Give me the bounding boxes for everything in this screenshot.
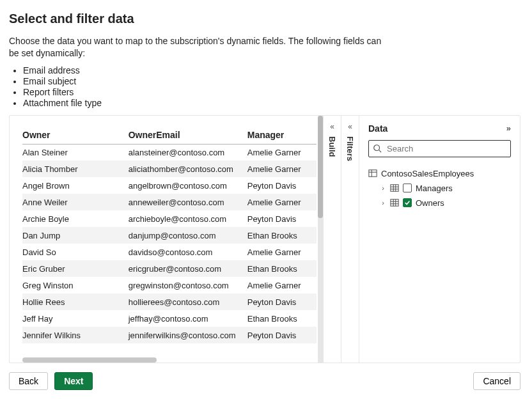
table-cell: Archie Boyle (22, 210, 129, 227)
dynamic-field-item: Email subject (23, 76, 520, 86)
svg-rect-2 (369, 170, 377, 177)
chevron-left-icon[interactable]: « (330, 122, 334, 131)
table-cell: Jeff Hay (22, 310, 129, 327)
table-cell: Amelie Garner (247, 144, 317, 160)
tree-table-row[interactable]: ›Owners (368, 196, 511, 210)
svg-line-1 (379, 150, 382, 153)
search-box[interactable] (368, 140, 511, 157)
table-row[interactable]: Eric Gruberericgruber@contoso.comEthan B… (22, 260, 317, 277)
table-row[interactable]: Alicia Thomberaliciathomber@contoso.comA… (22, 160, 317, 177)
table-row[interactable]: Anne Weileranneweiler@contoso.comAmelie … (22, 194, 317, 210)
table-cell: hollierees@contoso.com (129, 293, 247, 310)
table-row[interactable]: Archie Boylearchieboyle@contoso.comPeyto… (22, 210, 317, 227)
dynamic-field-item: Email address (23, 65, 520, 75)
table-row[interactable]: Alan Steineralansteiner@contoso.comAmeli… (22, 144, 317, 160)
vertical-scrollbar[interactable] (318, 116, 323, 363)
page-title: Select and filter data (9, 12, 520, 26)
filters-rail-label: Filters (345, 136, 355, 161)
data-panel: Data » ContosoSalesEmployees ›Managers›O… (359, 116, 520, 363)
table-cell: Alicia Thomber (22, 160, 129, 177)
table-scroll[interactable]: Owner OwnerEmail Manager Alan Steinerala… (10, 116, 323, 363)
tree-table-label: Managers (416, 184, 453, 193)
table-cell: Peyton Davis (247, 293, 317, 310)
intro-text: Choose the data you want to map to the s… (9, 35, 393, 59)
next-button[interactable]: Next (54, 372, 93, 390)
chevron-right-icon[interactable]: » (506, 123, 511, 133)
table-cell: aliciathomber@contoso.com (129, 160, 247, 177)
table-cell: Jennifer Wilkins (22, 327, 129, 343)
horizontal-scrollbar[interactable] (22, 357, 157, 363)
table-cell: angelbrown@contoso.com (129, 177, 247, 194)
table-cell: Greg Winston (22, 277, 129, 293)
table-cell: Peyton Davis (247, 177, 317, 194)
filters-rail[interactable]: « Filters (341, 116, 359, 363)
dynamic-field-item: Attachment file type (23, 98, 520, 108)
build-rail-label: Build (327, 136, 337, 157)
table-cell: Amelie Garner (247, 244, 317, 260)
table-cell: Ethan Brooks (247, 227, 317, 244)
table-cell: Amelie Garner (247, 160, 317, 177)
table-cell: davidso@contoso.com (129, 244, 247, 260)
build-rail[interactable]: « Build (323, 116, 341, 363)
table-cell: Dan Jump (22, 227, 129, 244)
svg-rect-5 (391, 185, 398, 192)
table-cell: Peyton Davis (247, 210, 317, 227)
dataset-icon (368, 169, 377, 178)
dataset-label: ContosoSalesEmployees (381, 169, 474, 178)
table-cell: David So (22, 244, 129, 260)
table-icon (390, 184, 399, 192)
svg-rect-10 (391, 199, 398, 207)
table-cell: Ethan Brooks (247, 310, 317, 327)
table-cell: Eric Gruber (22, 260, 129, 277)
chevron-left-icon[interactable]: « (348, 122, 352, 131)
table-area: Owner OwnerEmail Manager Alan Steinerala… (10, 116, 323, 363)
column-header-manager[interactable]: Manager (247, 126, 317, 145)
dynamic-field-item: Report filters (23, 87, 520, 97)
table-cell: archieboyle@contoso.com (129, 210, 247, 227)
search-icon (373, 144, 382, 153)
table-cell: Peyton Davis (247, 327, 317, 343)
table-cell: jenniferwilkins@contoso.com (129, 327, 247, 343)
table-cell: Angel Brown (22, 177, 129, 194)
table-row[interactable]: Dan Jumpdanjump@contoso.comEthan Brooks (22, 227, 317, 244)
svg-point-0 (374, 145, 380, 151)
table-cell: danjump@contoso.com (129, 227, 247, 244)
search-input[interactable] (386, 143, 506, 154)
table-cell: Anne Weiler (22, 194, 129, 210)
dataset-row[interactable]: ContosoSalesEmployees (368, 166, 511, 181)
table-cell: Alan Steiner (22, 144, 129, 160)
checkbox[interactable] (403, 198, 412, 207)
table-row[interactable]: Greg Winstongregwinston@contoso.comAmeli… (22, 277, 317, 293)
cancel-button[interactable]: Cancel (473, 372, 520, 390)
chevron-right-icon[interactable]: › (380, 184, 386, 192)
checkbox[interactable] (403, 184, 412, 192)
table-cell: Ethan Brooks (247, 260, 317, 277)
tree-table-label: Owners (416, 198, 444, 208)
chevron-right-icon[interactable]: › (380, 199, 386, 207)
table-row[interactable]: David Sodavidso@contoso.comAmelie Garner (22, 244, 317, 260)
table-cell: ericgruber@contoso.com (129, 260, 247, 277)
table-row[interactable]: Hollie Reeshollierees@contoso.comPeyton … (22, 293, 317, 310)
table-cell: jeffhay@contoso.com (129, 310, 247, 327)
data-panel-heading: Data (368, 123, 387, 134)
footer: Back Next Cancel (9, 363, 520, 390)
back-button[interactable]: Back (9, 372, 48, 390)
tree-table-row[interactable]: ›Managers (368, 181, 511, 196)
table-cell: Amelie Garner (247, 277, 317, 293)
table-row[interactable]: Angel Brownangelbrown@contoso.comPeyton … (22, 177, 317, 194)
column-header-owner[interactable]: Owner (22, 126, 129, 145)
table-cell: anneweiler@contoso.com (129, 194, 247, 210)
table-icon (390, 198, 399, 207)
table-cell: alansteiner@contoso.com (129, 144, 247, 160)
field-tree: ContosoSalesEmployees ›Managers›Owners (368, 166, 511, 210)
column-header-owneremail[interactable]: OwnerEmail (129, 126, 247, 145)
data-table: Owner OwnerEmail Manager Alan Steinerala… (22, 126, 317, 344)
table-cell: Amelie Garner (247, 194, 317, 210)
table-row[interactable]: Jeff Hayjeffhay@contoso.comEthan Brooks (22, 310, 317, 327)
table-cell: Hollie Rees (22, 293, 129, 310)
dynamic-field-list: Email address Email subject Report filte… (23, 65, 520, 109)
table-cell: gregwinston@contoso.com (129, 277, 247, 293)
table-row[interactable]: Jennifer Wilkinsjenniferwilkins@contoso.… (22, 327, 317, 343)
workspace: Owner OwnerEmail Manager Alan Steinerala… (9, 115, 520, 363)
